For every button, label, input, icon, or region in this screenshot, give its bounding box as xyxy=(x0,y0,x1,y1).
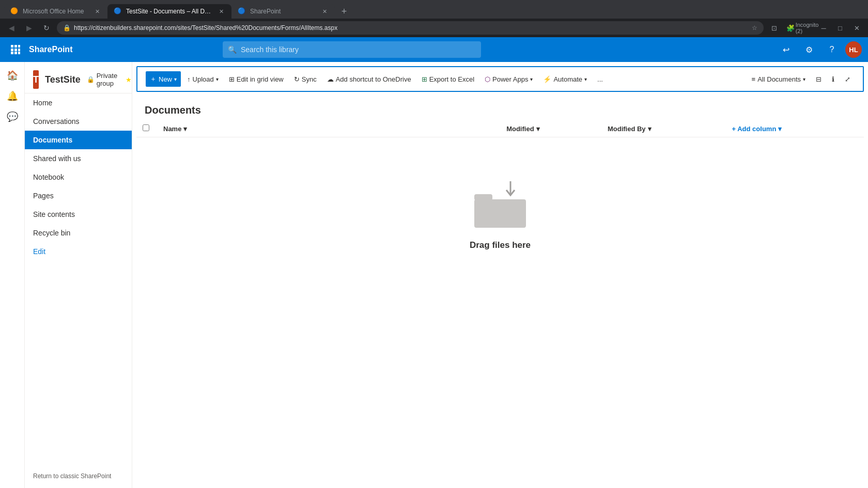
empty-state-message: Drag files here xyxy=(470,240,531,250)
rail-activity-icon[interactable]: 🔔 xyxy=(3,87,22,105)
user-avatar[interactable]: HL xyxy=(845,41,862,58)
main-layout: 🏠 🔔 💬 T TestSite 🔒 Private group ★ Follo… xyxy=(0,62,868,488)
return-icon[interactable]: ↩ xyxy=(777,40,796,59)
reload-button[interactable]: ↻ xyxy=(39,21,54,35)
svg-rect-7 xyxy=(14,52,17,54)
browser-tab-2[interactable]: 🔵 TestSite - Documents – All Docu... ✕ xyxy=(107,4,231,19)
search-icon: 🔍 xyxy=(228,45,237,54)
site-title: TestSite xyxy=(45,74,81,85)
tab-close-2[interactable]: ✕ xyxy=(217,7,225,15)
sidebar-bottom: Return to classic SharePoint xyxy=(25,467,132,484)
following-button[interactable]: ★ Following xyxy=(126,76,132,84)
sidebar-item-recycle[interactable]: Recycle bin xyxy=(25,224,132,242)
filter-icon: ⊟ xyxy=(816,75,822,83)
sort-modified-by-icon: ▾ xyxy=(648,125,652,133)
sidebar-item-shared[interactable]: Shared with us xyxy=(25,149,132,168)
settings-icon[interactable]: ⚙ xyxy=(800,40,818,59)
grid-icon: ⊞ xyxy=(229,75,235,83)
info-icon: ℹ xyxy=(832,75,834,83)
view-selector-button[interactable]: ≡ All Documents ▾ xyxy=(748,72,810,86)
svg-rect-3 xyxy=(11,49,13,51)
tab-favicon-1: 🟠 xyxy=(10,7,19,15)
select-all-checkbox[interactable] xyxy=(143,124,149,131)
sharepoint-appbar: SharePoint 🔍 ↩ ⚙ ? HL xyxy=(0,37,868,62)
sync-button[interactable]: ↻ Sync xyxy=(290,72,321,86)
browser-tab-3[interactable]: 🔵 SharePoint ✕ xyxy=(231,4,335,19)
document-table: Name ▾ Modified ▾ Modifi xyxy=(136,120,864,137)
close-button[interactable]: ✕ xyxy=(849,21,864,35)
maximize-button[interactable]: □ xyxy=(833,21,847,35)
tab-label-3: SharePoint xyxy=(250,8,316,15)
incognito-label: Incognito (2) xyxy=(800,21,814,35)
sort-name-button[interactable]: Name ▾ xyxy=(163,125,494,133)
export-excel-button[interactable]: ⊞ Export to Excel xyxy=(417,72,478,86)
excel-icon: ⊞ xyxy=(422,75,427,83)
tab-close-1[interactable]: ✕ xyxy=(93,7,101,15)
sidebar-item-documents[interactable]: Documents xyxy=(25,131,132,149)
tab-close-3[interactable]: ✕ xyxy=(320,7,329,15)
view-dropdown-icon: ▾ xyxy=(803,76,805,82)
browser-tabs: 🟠 Microsoft Office Home ✕ 🔵 TestSite - D… xyxy=(0,0,868,19)
sidebar-item-conversations[interactable]: Conversations xyxy=(25,112,132,131)
address-bar[interactable]: 🔒 https://citizenbuilders.sharepoint.com… xyxy=(57,21,764,35)
star-icon: ★ xyxy=(126,76,132,84)
command-bar-right: ≡ All Documents ▾ ⊟ ℹ ⤢ xyxy=(748,72,855,86)
add-column-icon: ▾ xyxy=(778,125,782,133)
col-header-add[interactable]: + Add column ▾ xyxy=(726,120,864,137)
sort-modified-icon: ▾ xyxy=(536,125,540,133)
search-input[interactable] xyxy=(241,45,476,54)
tab-label-2: TestSite - Documents – All Docu... xyxy=(126,8,213,15)
col-header-icon xyxy=(136,120,157,137)
add-column-button[interactable]: + Add column ▾ xyxy=(732,125,858,133)
sidebar-item-pages[interactable]: Pages xyxy=(25,186,132,205)
more-button[interactable]: ... xyxy=(593,72,607,86)
sidebar-item-edit[interactable]: Edit xyxy=(25,242,132,261)
cast-icon[interactable]: ⊡ xyxy=(767,21,781,35)
info-button[interactable]: ℹ xyxy=(828,72,839,86)
upload-icon: ↑ xyxy=(187,75,191,83)
view-icon: ≡ xyxy=(752,75,756,83)
new-tab-button[interactable]: + xyxy=(337,4,351,19)
help-icon[interactable]: ? xyxy=(823,40,841,59)
document-table-container: Name ▾ Modified ▾ Modifi xyxy=(132,120,868,137)
star-icon: ☆ xyxy=(752,24,757,32)
back-button[interactable]: ◀ xyxy=(4,21,19,35)
url-text: https://citizenbuilders.sharepoint.com/s… xyxy=(74,24,749,32)
waffle-menu-button[interactable] xyxy=(6,40,25,59)
sidebar-item-site-contents[interactable]: Site contents xyxy=(25,205,132,224)
col-header-name: Name ▾ xyxy=(157,120,500,137)
empty-state: Drag files here xyxy=(132,137,868,292)
left-rail: 🏠 🔔 💬 xyxy=(0,62,25,488)
rail-create-icon[interactable]: 💬 xyxy=(3,107,22,126)
empty-folder-illustration xyxy=(469,179,531,232)
rail-home-icon[interactable]: 🏠 xyxy=(3,66,22,85)
minimize-button[interactable]: ─ xyxy=(816,21,831,35)
new-button[interactable]: ＋ New ▾ xyxy=(146,71,181,87)
sync-icon: ↻ xyxy=(294,75,300,83)
sharepoint-logo[interactable]: SharePoint xyxy=(29,45,72,54)
forward-button[interactable]: ▶ xyxy=(22,21,36,35)
browser-tab-1[interactable]: 🟠 Microsoft Office Home ✕ xyxy=(4,4,107,19)
upload-dropdown-icon: ▾ xyxy=(216,76,219,82)
sort-modified-by-button[interactable]: Modified By ▾ xyxy=(608,125,720,133)
appbar-right: ↩ ⚙ ? HL xyxy=(777,40,862,59)
return-classic-link[interactable]: Return to classic SharePoint xyxy=(33,473,111,480)
onedrive-icon: ☁ xyxy=(327,75,334,83)
edit-grid-button[interactable]: ⊞ Edit in grid view xyxy=(225,72,288,86)
power-apps-button[interactable]: ⬡ Power Apps ▾ xyxy=(481,72,537,86)
sidebar: T TestSite 🔒 Private group ★ Following 👤… xyxy=(25,62,132,488)
add-shortcut-button[interactable]: ☁ Add shortcut to OneDrive xyxy=(323,72,415,86)
automate-button[interactable]: ⚡ Automate ▾ xyxy=(539,72,591,86)
main-content: ＋ New ▾ ↑ Upload ▾ ⊞ Edit in grid view ↻… xyxy=(132,62,868,488)
sidebar-item-home[interactable]: Home xyxy=(25,93,132,112)
upload-button[interactable]: ↑ Upload ▾ xyxy=(183,72,223,86)
sort-modified-button[interactable]: Modified ▾ xyxy=(506,125,595,133)
col-header-modified-by: Modified By ▾ xyxy=(601,120,726,137)
browser-nav: ◀ ▶ ↻ 🔒 https://citizenbuilders.sharepoi… xyxy=(0,19,868,37)
fullscreen-button[interactable]: ⤢ xyxy=(841,72,855,86)
sidebar-item-notebook[interactable]: Notebook xyxy=(25,168,132,186)
svg-rect-5 xyxy=(18,49,20,51)
filter-button[interactable]: ⊟ xyxy=(812,72,826,86)
search-box[interactable]: 🔍 xyxy=(223,41,481,58)
automate-dropdown-icon: ▾ xyxy=(584,76,587,82)
